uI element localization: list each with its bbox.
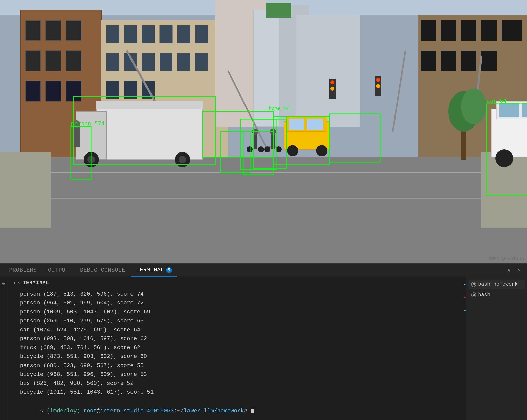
svg-rect-42	[461, 51, 476, 71]
svg-rect-47	[0, 152, 51, 228]
terminal-icon-bash-homework: ⊞	[471, 282, 476, 287]
svg-rect-78	[499, 103, 519, 117]
terminal-badge: 5	[166, 267, 172, 273]
svg-rect-82	[73, 127, 80, 147]
terminal-line: person (1009, 503, 1047, 602), score 69	[13, 308, 456, 316]
svg-rect-20	[106, 53, 119, 71]
tab-bar: PROBLEMS OUTPUT DEBUG CONSOLE TERMINAL 5…	[0, 264, 527, 277]
scrollbar-mark-3	[464, 310, 466, 311]
svg-point-60	[330, 80, 334, 84]
svg-rect-15	[124, 25, 137, 43]
terminal-icon-bash: ⊞	[471, 292, 476, 297]
chevron-down-icon: ∨	[18, 280, 21, 286]
sidebar-terminal-bash[interactable]: ⊞ bash	[468, 290, 525, 299]
svg-point-69	[179, 156, 186, 163]
svg-rect-19	[195, 25, 208, 43]
prompt-host: intern-studio-40019053	[100, 408, 174, 414]
terminal-line: person (964, 501, 999, 604), score 72	[13, 299, 456, 308]
sidebar-terminal-bash-label: bash	[478, 292, 490, 298]
svg-text:person 574: person 574	[71, 120, 104, 127]
tab-debug-console[interactable]: DEBUG CONSOLE	[75, 264, 130, 277]
terminal-line: person (680, 523, 699, 567), score 55	[13, 361, 456, 370]
svg-rect-33	[266, 3, 291, 18]
terminal-scrollbar[interactable]	[462, 277, 466, 420]
close-panel-icon[interactable]: ✕	[516, 266, 523, 275]
svg-rect-10	[25, 81, 41, 101]
svg-rect-7	[25, 51, 41, 71]
svg-point-57	[376, 84, 380, 88]
svg-rect-22	[142, 53, 155, 71]
tab-terminal[interactable]: TERMINAL 5	[131, 264, 177, 277]
svg-text:car 64: car 64	[486, 98, 506, 104]
svg-rect-73	[307, 119, 323, 130]
terminal-panel: PROBLEMS OUTPUT DEBUG CONSOLE TERMINAL 5…	[0, 263, 527, 420]
svg-rect-6	[66, 20, 81, 41]
svg-point-58	[376, 90, 380, 94]
terminal-line: truck (689, 483, 764, 561), score 62	[13, 343, 456, 352]
terminal-sidebar: ⊞ bash homework ⊞ bash	[466, 277, 527, 420]
svg-point-86	[247, 146, 253, 152]
svg-rect-38	[481, 20, 497, 41]
tab-problems[interactable]: PROBLEMS	[4, 264, 42, 277]
svg-point-91	[276, 146, 282, 152]
svg-rect-23	[160, 53, 172, 71]
terminal-line: person (993, 508, 1016, 597), score 62	[13, 334, 456, 343]
svg-rect-11	[46, 81, 61, 101]
terminal-output: person (287, 513, 320, 596), score 74 pe…	[13, 290, 456, 397]
terminal-line: person (259, 510, 279, 575), score 65	[13, 317, 456, 326]
svg-rect-43	[481, 51, 497, 71]
svg-point-87	[258, 146, 264, 152]
svg-rect-88	[271, 134, 275, 149]
street-scene-svg: person 574 car 64 home 54	[0, 0, 527, 263]
svg-point-56	[376, 78, 380, 82]
svg-rect-16	[142, 25, 155, 43]
terminal-line: person (287, 513, 320, 596), score 74	[13, 290, 456, 299]
prompt-circle: ○	[40, 408, 47, 414]
svg-point-90	[264, 146, 270, 152]
sidebar-terminal-bash-homework[interactable]: ⊞ bash homework	[468, 280, 525, 289]
chevron-right-icon: ›	[13, 280, 16, 285]
watermark: CSDN @YueTann	[488, 256, 524, 261]
svg-rect-84	[253, 134, 257, 149]
svg-rect-25	[195, 53, 208, 71]
svg-rect-24	[177, 53, 190, 71]
svg-point-80	[495, 149, 513, 167]
terminal-body: ⊕ › ∨ TERMINAL person (287, 513, 320, 59…	[0, 277, 527, 420]
prompt-user: root	[83, 408, 97, 414]
svg-rect-45	[0, 172, 527, 173]
terminal-title: TERMINAL	[23, 280, 49, 286]
terminal-line: bicycle (1011, 551, 1043, 617), score 51	[13, 388, 456, 397]
prompt-cursor	[251, 409, 254, 413]
svg-rect-64	[96, 101, 203, 109]
scrollbar-mark-2	[464, 297, 466, 298]
terminal-line: bicycle (968, 551, 996, 609), score 53	[13, 370, 456, 379]
svg-rect-39	[502, 20, 522, 41]
svg-rect-17	[160, 25, 172, 43]
terminal-line: car (1074, 524, 1275, 691), score 64	[13, 326, 456, 334]
terminal-main[interactable]: › ∨ TERMINAL person (287, 513, 320, 596)…	[7, 277, 462, 420]
svg-point-62	[330, 93, 334, 97]
svg-rect-63	[96, 101, 203, 160]
svg-rect-14	[106, 25, 119, 43]
tab-output[interactable]: OUTPUT	[43, 264, 74, 277]
svg-rect-37	[461, 20, 476, 41]
svg-rect-36	[441, 20, 456, 41]
svg-rect-41	[441, 51, 456, 71]
sidebar-terminal-bash-homework-label: bash homework	[478, 281, 518, 287]
svg-rect-40	[421, 51, 436, 71]
svg-point-94	[461, 89, 486, 124]
terminal-line: bus (826, 482, 930, 560), score 52	[13, 379, 456, 388]
image-area: person 574 car 64 home 54 CSDN @YueTann	[0, 0, 527, 263]
svg-rect-5	[46, 20, 61, 41]
split-terminal-icon[interactable]: ⊕	[1, 280, 6, 288]
svg-rect-8	[46, 51, 61, 71]
svg-rect-35	[421, 20, 436, 41]
svg-rect-72	[289, 119, 304, 130]
svg-point-74	[287, 145, 298, 156]
svg-point-75	[316, 145, 327, 156]
scrollbar-mark-1	[464, 284, 466, 285]
svg-rect-4	[25, 20, 41, 41]
svg-point-61	[330, 87, 334, 91]
svg-rect-79	[522, 103, 527, 117]
collapse-icon[interactable]: ∧	[505, 266, 513, 275]
